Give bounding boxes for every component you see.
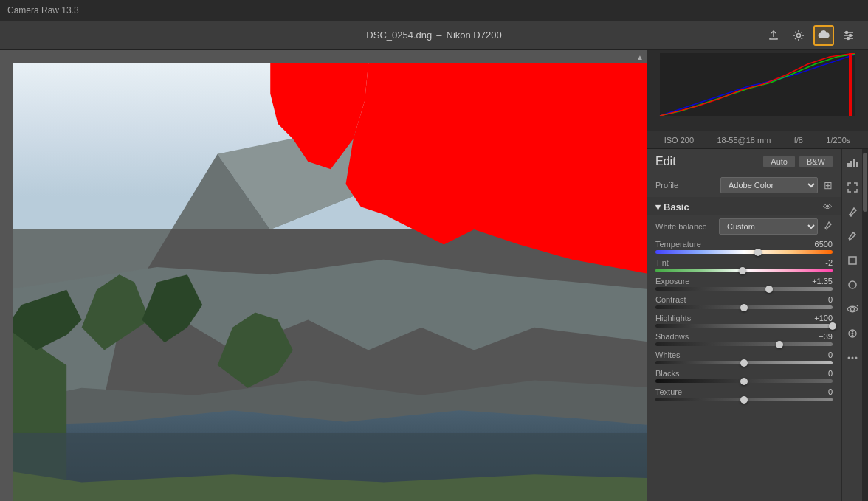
svg-point-37 [852, 331, 853, 332]
svg-rect-31 [849, 257, 856, 264]
svg-point-0 [797, 33, 801, 37]
eyedropper-icon[interactable] [841, 201, 864, 223]
app-title: Camera Raw 13.3 [7, 5, 79, 15]
temperature-row: Temperature 6500 [647, 238, 841, 256]
dots-icon[interactable] [841, 347, 864, 369]
shadows-thumb[interactable] [776, 341, 783, 348]
topbar-icons [763, 25, 859, 46]
svg-point-4 [846, 31, 848, 33]
highlights-value: +100 [803, 314, 833, 322]
exif-bar: ISO 200 18-55@18 mm f/8 1/200s [647, 131, 868, 149]
tint-row: Tint -2 [647, 256, 841, 274]
whites-value: 0 [803, 350, 833, 359]
svg-point-38 [852, 333, 853, 334]
circle-icon[interactable] [841, 274, 864, 296]
basic-eye-icon[interactable]: 👁 [823, 201, 833, 213]
canvas-area: ▲ [0, 50, 647, 501]
expand-icon[interactable] [841, 176, 864, 198]
svg-point-5 [850, 34, 852, 36]
tint-value: -2 [803, 258, 833, 267]
svg-rect-26 [847, 163, 850, 167]
filename: DSC_0254.dng [366, 30, 432, 41]
exposure-row: Exposure +1.35 [647, 274, 841, 293]
svg-point-40 [847, 357, 850, 359]
tint-label: Tint [655, 258, 669, 267]
svg-line-35 [858, 308, 858, 308]
svg-point-33 [850, 308, 854, 311]
exposure-slider[interactable] [655, 287, 833, 291]
svg-point-42 [855, 357, 857, 359]
blacks-thumb[interactable] [740, 378, 748, 385]
texture-slider[interactable] [655, 398, 833, 401]
histogram-svg [651, 53, 864, 116]
cloud-button[interactable] [813, 25, 834, 46]
eye-enhance-icon[interactable] [841, 298, 864, 320]
shadows-value: +39 [803, 332, 833, 341]
whites-row: Whites 0 [647, 348, 841, 367]
blacks-value: 0 [803, 369, 833, 378]
settings-button[interactable] [788, 25, 809, 46]
highlights-thumb[interactable] [829, 322, 836, 330]
profile-label: Profile [655, 181, 714, 190]
texture-row: Texture 0 [647, 385, 841, 404]
histogram-toggle[interactable] [841, 152, 864, 174]
export-button[interactable] [763, 25, 784, 46]
temperature-slider[interactable] [655, 250, 833, 254]
texture-thumb[interactable] [740, 396, 748, 404]
circle-dots-icon[interactable] [841, 322, 864, 345]
adjust-button[interactable] [838, 25, 859, 46]
whites-thumb[interactable] [740, 359, 748, 367]
contrast-thumb[interactable] [740, 304, 748, 311]
tint-thumb[interactable] [739, 267, 746, 274]
temperature-label: Temperature [655, 240, 701, 249]
profile-select[interactable]: Adobe ColorAdobe LandscapeAdobe Portrait… [720, 177, 818, 193]
contrast-slider[interactable] [655, 305, 833, 309]
temperature-value: 6500 [803, 240, 833, 249]
auto-button[interactable]: Auto [763, 156, 795, 167]
shadows-slider[interactable] [655, 342, 833, 346]
wb-select[interactable]: As ShotAutoDaylightCloudyShadeTungstenFl… [719, 218, 818, 235]
svg-line-34 [857, 305, 858, 306]
basic-title: ▾ Basic [655, 201, 689, 213]
svg-point-32 [849, 281, 856, 288]
basic-chevron[interactable]: ▾ [655, 201, 661, 213]
scroll-up-arrow[interactable]: ▲ [633, 50, 647, 63]
exposure-thumb[interactable] [765, 286, 773, 293]
titlebar: Camera Raw 13.3 [0, 0, 868, 21]
camera-model: Nikon D7200 [446, 30, 501, 41]
topbar: DSC_0254.dng – Nikon D7200 [0, 21, 868, 50]
bw-button[interactable]: B&W [799, 156, 833, 167]
whites-label: Whites [655, 350, 681, 359]
highlights-row: Highlights +100 [647, 311, 841, 330]
svg-rect-29 [856, 162, 858, 167]
svg-point-39 [852, 335, 853, 336]
temperature-thumb[interactable] [754, 249, 762, 256]
histogram [647, 50, 868, 131]
svg-point-41 [851, 357, 853, 359]
svg-marker-22 [345, 63, 647, 274]
edit-header: Edit Auto B&W [647, 149, 841, 173]
wb-eyedropper-icon[interactable] [822, 221, 833, 233]
blacks-label: Blacks [655, 369, 679, 378]
whites-slider[interactable] [655, 361, 833, 364]
blacks-slider[interactable] [655, 379, 833, 383]
texture-label: Texture [655, 387, 682, 396]
exif-iso: ISO 200 [664, 136, 694, 145]
basic-section-header: ▾ Basic 👁 [647, 197, 841, 215]
highlights-label: Highlights [655, 314, 691, 322]
svg-point-6 [847, 37, 850, 39]
profile-row: Profile Adobe ColorAdobe LandscapeAdobe … [647, 173, 841, 197]
highlights-slider[interactable] [655, 324, 833, 328]
profile-grid-icon[interactable]: ⊞ [824, 179, 833, 191]
photo-container [13, 63, 647, 501]
pencil-icon[interactable] [841, 225, 864, 247]
square-icon[interactable] [841, 249, 864, 272]
edit-panel: Edit Auto B&W Profile Adobe ColorAdobe L… [647, 149, 841, 501]
exif-lens: 18-55@18 mm [717, 136, 771, 145]
exif-aperture: f/8 [794, 136, 803, 145]
topbar-filename-container: DSC_0254.dng – Nikon D7200 [366, 30, 501, 41]
blacks-row: Blacks 0 [647, 367, 841, 385]
photo-svg [13, 63, 647, 501]
wb-label: White balance [655, 222, 714, 231]
tint-slider[interactable] [655, 269, 833, 272]
